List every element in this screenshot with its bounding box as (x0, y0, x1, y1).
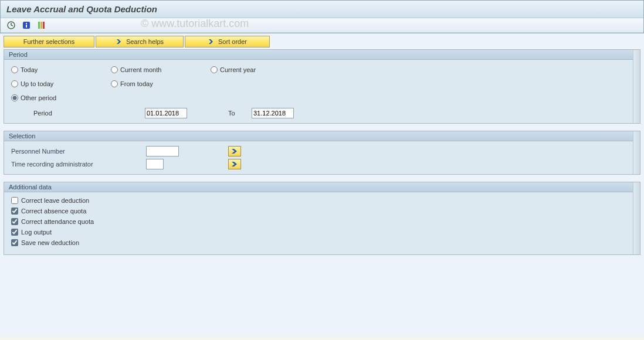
selection-panel: Selection Personnel Number Time recordin… (4, 131, 640, 175)
svg-rect-6 (38, 22, 40, 29)
time-admin-input[interactable] (146, 159, 164, 169)
checkbox-input[interactable] (11, 229, 18, 236)
checkbox-input[interactable] (11, 208, 18, 215)
svg-rect-8 (43, 22, 45, 29)
info-icon[interactable] (22, 21, 31, 30)
period-panel-header: Period (4, 50, 640, 60)
radio-other-period[interactable]: Other period (11, 93, 111, 103)
checkbox-input[interactable] (11, 239, 18, 246)
radio-curmonth-label: Current month (120, 66, 161, 73)
time-admin-select-button[interactable] (228, 159, 241, 169)
checkbox-input[interactable] (11, 218, 18, 225)
radio-current-month[interactable]: Current month (111, 64, 211, 75)
checkbox-row[interactable]: Correct attendance quota (11, 218, 633, 225)
execute-icon[interactable] (6, 21, 16, 30)
arrow-right-icon (208, 38, 215, 45)
period-to-label: To (228, 110, 252, 117)
sort-order-label: Sort order (218, 38, 247, 45)
checkbox-row[interactable]: Correct absence quota (11, 208, 633, 215)
checkbox-row[interactable]: Log output (11, 229, 633, 236)
checkbox-label: Correct absence quota (21, 208, 86, 215)
radio-curyear-input[interactable] (211, 66, 218, 73)
checkbox-input[interactable] (11, 197, 18, 204)
time-admin-label: Time recording administrator (11, 161, 146, 168)
button-row: Further selections Search helps Sort ord… (4, 36, 640, 47)
radio-today-input[interactable] (11, 66, 18, 73)
sort-order-button[interactable]: Sort order (185, 36, 270, 47)
variants-icon[interactable] (37, 21, 46, 30)
panel-edge (633, 131, 640, 174)
arrow-right-icon (116, 38, 123, 45)
period-to-input[interactable] (252, 108, 294, 118)
period-from-input[interactable] (145, 108, 187, 118)
radio-fromtoday-label: From today (120, 80, 153, 87)
panel-edge (633, 182, 640, 254)
period-label: Period (33, 110, 145, 117)
panel-edge (633, 50, 640, 123)
further-selections-label: Further selections (23, 38, 74, 45)
radio-other-label: Other period (21, 94, 56, 101)
page-title: Leave Accrual and Quota Deduction (6, 4, 157, 14)
additional-panel: Additional data Correct leave deductionC… (4, 182, 640, 255)
svg-rect-4 (26, 23, 27, 24)
checkbox-label: Correct leave deduction (21, 197, 89, 204)
svg-rect-7 (40, 22, 42, 29)
search-helps-button[interactable]: Search helps (96, 36, 184, 47)
radio-current-year[interactable]: Current year (211, 64, 310, 75)
search-helps-label: Search helps (126, 38, 164, 45)
radio-fromtoday-input[interactable] (111, 80, 118, 87)
toolbar (1, 18, 643, 33)
radio-upto-input[interactable] (11, 80, 18, 87)
personnel-number-select-button[interactable] (228, 146, 241, 157)
content-area: Further selections Search helps Sort ord… (0, 33, 644, 337)
svg-rect-5 (26, 25, 27, 28)
radio-today[interactable]: Today (11, 64, 111, 75)
checkbox-label: Log output (21, 229, 52, 236)
radio-from-today[interactable]: From today (111, 79, 211, 89)
radio-up-to-today[interactable]: Up to today (11, 79, 111, 89)
additional-panel-header: Additional data (4, 182, 640, 192)
radio-other-input[interactable] (11, 94, 18, 101)
personnel-number-label: Personnel Number (11, 148, 146, 155)
further-selections-button[interactable]: Further selections (4, 36, 94, 47)
radio-today-label: Today (21, 66, 38, 73)
checkbox-row[interactable]: Save new deduction (11, 239, 633, 246)
checkbox-row[interactable]: Correct leave deduction (11, 197, 633, 204)
personnel-number-input[interactable] (146, 146, 179, 157)
svg-line-2 (11, 25, 13, 26)
radio-curyear-label: Current year (220, 66, 256, 73)
checkbox-label: Save new deduction (21, 239, 79, 246)
radio-upto-label: Up to today (21, 80, 53, 87)
period-panel: Period Today Up to today Other period (4, 49, 640, 124)
radio-curmonth-input[interactable] (111, 66, 118, 73)
selection-panel-header: Selection (4, 131, 640, 141)
checkbox-label: Correct attendance quota (21, 218, 94, 225)
title-bar: Leave Accrual and Quota Deduction (1, 1, 643, 18)
